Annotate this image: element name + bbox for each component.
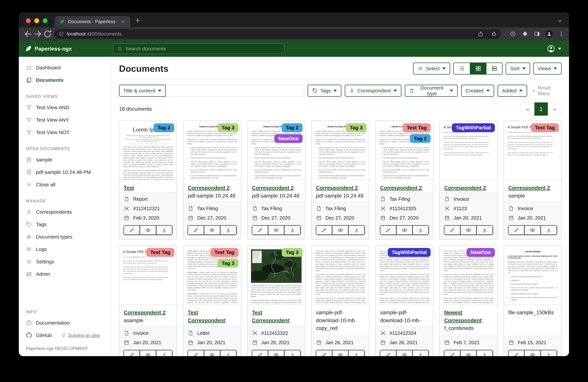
minimize-window-button[interactable] xyxy=(34,18,39,23)
tag-badge-newone[interactable]: NewOne xyxy=(274,134,303,143)
view-button[interactable] xyxy=(140,350,156,356)
tag-badge-tag-3[interactable]: Tag 3 xyxy=(346,123,367,132)
sidebar-item-github[interactable]: GitHubSuggest an idea xyxy=(19,329,111,342)
sidebar-item-test-view-not[interactable]: Test View NOT xyxy=(19,126,111,139)
tag-badge-tag-3[interactable]: Tag 3 xyxy=(217,259,238,268)
tab-search-chevron-icon[interactable] xyxy=(557,18,563,24)
download-button[interactable] xyxy=(413,225,429,235)
search-input[interactable] xyxy=(126,46,280,52)
tag-badge-test-tag[interactable]: Test Tag xyxy=(210,248,238,257)
download-button[interactable] xyxy=(156,350,172,356)
correspondent-filter-button[interactable]: Correspondent xyxy=(345,85,401,97)
zoom-window-button[interactable] xyxy=(43,18,48,23)
sidebar-item-pdf-sample-10-24-48-pm[interactable]: pdf-sample 10.24.48 PM xyxy=(19,166,111,178)
correspondent-link[interactable]: Newest Correspondent xyxy=(444,310,482,323)
document-title[interactable]: Test Correspondent: sample-pdf-file xyxy=(183,305,241,326)
sidebar-item-tags[interactable]: Tags xyxy=(19,218,111,231)
edit-button[interactable] xyxy=(444,350,460,356)
forward-icon[interactable] xyxy=(33,29,43,39)
close-window-button[interactable] xyxy=(26,18,31,23)
sidebar-link-suggest-an-idea[interactable]: Suggest an idea xyxy=(61,333,100,338)
tag-badge-tagwithpartial[interactable]: TagWithPartial xyxy=(388,248,431,257)
address-bar[interactable]: localhost:4200/documents xyxy=(54,29,501,39)
view-button[interactable] xyxy=(204,350,220,356)
password-extension-icon[interactable] xyxy=(509,31,516,37)
document-title[interactable]: Correspondent 2: pdf-sample 10.24.48 PM xyxy=(248,180,305,201)
tag-badge-tag-2[interactable]: Tag 2 xyxy=(153,123,174,132)
view-button[interactable] xyxy=(268,350,284,356)
site-info-icon[interactable] xyxy=(59,31,64,37)
document-title[interactable]: Test Correspondent: sample-pdf-with-imag… xyxy=(248,305,305,326)
sidebar-item-settings[interactable]: Settings xyxy=(19,256,111,268)
sidebar-item-test-view-any[interactable]: Test View ANY xyxy=(19,114,111,126)
view-button[interactable] xyxy=(525,225,541,235)
side-panel-icon[interactable] xyxy=(534,31,540,37)
document-thumbnail[interactable]: A Simple PDF FileThis is a small demonst… xyxy=(119,246,177,305)
tag-badge-tag-2[interactable]: Tag 2 xyxy=(282,123,303,132)
sidebar-item-sample[interactable]: sample xyxy=(19,154,111,166)
edit-button[interactable] xyxy=(124,225,140,235)
edit-button[interactable] xyxy=(316,350,332,356)
document-thumbnail[interactable]: A Simple PDF FileThis is a small demonst… xyxy=(504,121,561,180)
tag-badge-test-tag[interactable]: Test Tag xyxy=(531,123,559,132)
download-button[interactable] xyxy=(284,225,300,235)
reload-icon[interactable] xyxy=(43,29,52,39)
edit-button[interactable] xyxy=(252,350,268,356)
detail-view-button[interactable] xyxy=(486,63,502,74)
edit-button[interactable] xyxy=(188,350,204,356)
document-title[interactable]: Correspondent 2: sample xyxy=(440,180,497,192)
edit-button[interactable] xyxy=(252,225,268,235)
tag-badge-tag-3[interactable]: Tag 3 xyxy=(217,123,238,132)
view-button[interactable] xyxy=(461,350,477,356)
select-button[interactable]: Select xyxy=(413,62,450,75)
document-thumbnail[interactable]: Lorem Ipsum"Neque porro quisquam est qui… xyxy=(119,121,177,180)
added-filter-button[interactable]: Added xyxy=(498,85,527,97)
tags-filter-button[interactable]: Tags xyxy=(308,85,341,97)
correspondent-link[interactable]: Correspondent 2 xyxy=(444,185,486,191)
extensions-puzzle-icon[interactable] xyxy=(522,31,528,37)
pagination-page-1[interactable]: 1 xyxy=(534,102,548,116)
views-button[interactable]: Views xyxy=(533,62,562,75)
sidebar-item-documents[interactable]: Documents xyxy=(19,74,111,86)
tab-close-icon[interactable] xyxy=(120,19,126,24)
sidebar-item-test-view-and[interactable]: Test View AND xyxy=(19,101,111,114)
app-logo[interactable]: Paperless-ngx xyxy=(19,45,113,52)
reset-filters-button[interactable]: ×Reset filters xyxy=(532,85,562,96)
document-thumbnail[interactable]: Lorem ipsumLorem ipsum dolor sit amet, c… xyxy=(504,246,561,305)
bookmark-star-icon[interactable] xyxy=(491,31,497,37)
document-title[interactable]: Correspondent 2: pdf-sample 10.24.48 PM xyxy=(183,180,241,201)
edit-button[interactable] xyxy=(188,225,204,235)
grid-view-button[interactable] xyxy=(470,63,486,74)
edit-button[interactable] xyxy=(124,350,140,356)
edit-button[interactable] xyxy=(316,225,332,235)
pagination-last-button[interactable]: » xyxy=(548,102,561,116)
sidebar-item-logs[interactable]: Logs xyxy=(19,243,111,256)
back-icon[interactable] xyxy=(23,29,33,39)
download-button[interactable] xyxy=(156,225,172,235)
document-title[interactable]: sample-pdf-download-10-mb copy_red xyxy=(312,305,369,336)
download-button[interactable] xyxy=(477,350,493,356)
filter-field-button[interactable]: Title & content xyxy=(119,85,166,97)
sidebar-item-documentation[interactable]: Documentation xyxy=(19,317,111,329)
document-title[interactable]: Test Correspondent: A Sample PDF 2 xyxy=(119,180,177,192)
correspondent-link[interactable]: Correspondent 2 xyxy=(124,310,166,316)
view-button[interactable] xyxy=(396,350,413,356)
download-button[interactable] xyxy=(220,350,236,356)
tag-badge-tag-2[interactable]: Tag 2 xyxy=(410,134,431,143)
document-thumbnail[interactable]: Adobe Acrobat PDF FilesAdobe® Portable D… xyxy=(248,121,305,180)
view-button[interactable] xyxy=(461,225,477,235)
download-button[interactable] xyxy=(284,350,300,356)
tag-badge-tagwithpartial[interactable]: TagWithPartial xyxy=(452,123,495,132)
document-thumbnail[interactable]: Adobe Acrobat PDF FilesAdobe® Portable D… xyxy=(312,121,369,180)
document-type-filter-button[interactable]: Document type xyxy=(405,85,458,97)
browser-menu-icon[interactable] xyxy=(558,31,565,37)
correspondent-link[interactable]: Correspondent 2 xyxy=(188,185,230,191)
correspondent-link[interactable]: Correspondent 2 xyxy=(316,185,358,191)
document-thumbnail[interactable]: A Simple PDF FileThis is a small demonst… xyxy=(440,121,497,180)
sidebar-item-correspondents[interactable]: Correspondents xyxy=(19,206,111,218)
view-button[interactable] xyxy=(268,225,284,235)
correspondent-link[interactable]: Correspondent 2 xyxy=(380,185,422,191)
edit-button[interactable] xyxy=(380,225,396,235)
tag-badge-tag-3[interactable]: Tag 3 xyxy=(282,248,303,257)
tag-badge-newone[interactable]: NewOne xyxy=(467,248,495,257)
